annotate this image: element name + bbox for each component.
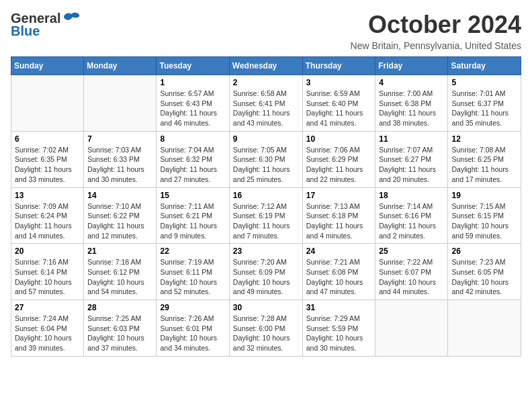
day-number: 5 [451,78,517,87]
calendar-table: SundayMondayTuesdayWednesdayThursdayFrid… [11,56,521,357]
calendar-cell: 20Sunrise: 7:16 AM Sunset: 6:14 PM Dayli… [11,244,84,300]
day-number: 3 [306,78,372,87]
weekday-header-sunday: Sunday [11,57,84,75]
calendar-cell: 17Sunrise: 7:13 AM Sunset: 6:18 PM Dayli… [302,187,375,244]
calendar-cell: 10Sunrise: 7:06 AM Sunset: 6:29 PM Dayli… [302,131,375,187]
day-number: 1 [160,78,225,87]
day-info: Sunrise: 7:20 AM Sunset: 6:09 PM Dayligh… [233,257,299,297]
day-number: 4 [379,78,444,87]
calendar-week-row: 1Sunrise: 6:57 AM Sunset: 6:43 PM Daylig… [11,75,521,132]
day-info: Sunrise: 7:12 AM Sunset: 6:19 PM Dayligh… [233,201,299,241]
calendar-cell: 24Sunrise: 7:21 AM Sunset: 6:08 PM Dayli… [302,244,375,300]
calendar-cell: 29Sunrise: 7:26 AM Sunset: 6:01 PM Dayli… [157,300,229,357]
day-number: 13 [15,191,80,200]
day-info: Sunrise: 7:19 AM Sunset: 6:11 PM Dayligh… [160,257,225,297]
calendar-cell: 11Sunrise: 7:07 AM Sunset: 6:27 PM Dayli… [375,131,448,187]
calendar-cell: 31Sunrise: 7:29 AM Sunset: 5:59 PM Dayli… [302,300,375,357]
day-number: 6 [15,134,80,144]
calendar-week-row: 20Sunrise: 7:16 AM Sunset: 6:14 PM Dayli… [11,244,521,300]
day-number: 18 [379,191,444,200]
day-number: 16 [233,191,299,200]
calendar-body: 1Sunrise: 6:57 AM Sunset: 6:43 PM Daylig… [11,75,521,357]
calendar-cell: 12Sunrise: 7:08 AM Sunset: 6:25 PM Dayli… [448,131,521,187]
calendar-cell: 23Sunrise: 7:20 AM Sunset: 6:09 PM Dayli… [229,244,302,300]
calendar-cell [84,75,157,132]
day-info: Sunrise: 7:10 AM Sunset: 6:22 PM Dayligh… [87,201,152,241]
logo: General Blue [11,11,81,39]
day-number: 28 [87,303,152,312]
calendar-cell [11,75,84,132]
calendar-cell: 9Sunrise: 7:05 AM Sunset: 6:30 PM Daylig… [229,131,302,187]
day-number: 25 [379,246,444,256]
day-number: 21 [87,246,152,256]
day-number: 15 [160,191,225,200]
calendar-cell [375,300,448,357]
day-number: 7 [87,134,152,144]
day-info: Sunrise: 7:06 AM Sunset: 6:29 PM Dayligh… [306,145,372,185]
day-info: Sunrise: 7:03 AM Sunset: 6:33 PM Dayligh… [87,145,152,185]
calendar-cell: 6Sunrise: 7:02 AM Sunset: 6:35 PM Daylig… [11,131,84,187]
day-info: Sunrise: 7:08 AM Sunset: 6:25 PM Dayligh… [451,145,517,185]
day-info: Sunrise: 7:29 AM Sunset: 5:59 PM Dayligh… [306,314,372,353]
page-header: General Blue October 2024 New Britain, P… [11,11,521,51]
day-info: Sunrise: 7:21 AM Sunset: 6:08 PM Dayligh… [306,257,372,297]
day-number: 27 [15,303,80,312]
weekday-header-thursday: Thursday [302,57,375,75]
day-info: Sunrise: 7:13 AM Sunset: 6:18 PM Dayligh… [306,201,372,241]
weekday-header-friday: Friday [375,57,448,75]
day-info: Sunrise: 7:18 AM Sunset: 6:12 PM Dayligh… [87,257,152,297]
calendar-cell: 4Sunrise: 7:00 AM Sunset: 6:38 PM Daylig… [375,75,448,132]
day-info: Sunrise: 7:24 AM Sunset: 6:04 PM Dayligh… [15,314,80,353]
calendar-week-row: 6Sunrise: 7:02 AM Sunset: 6:35 PM Daylig… [11,131,521,187]
calendar-cell: 28Sunrise: 7:25 AM Sunset: 6:03 PM Dayli… [84,300,157,357]
day-info: Sunrise: 7:02 AM Sunset: 6:35 PM Dayligh… [15,145,80,185]
day-info: Sunrise: 7:26 AM Sunset: 6:01 PM Dayligh… [160,314,225,353]
calendar-cell: 26Sunrise: 7:23 AM Sunset: 6:05 PM Dayli… [448,244,521,300]
day-number: 30 [233,303,299,312]
day-info: Sunrise: 7:07 AM Sunset: 6:27 PM Dayligh… [379,145,444,185]
calendar-header: SundayMondayTuesdayWednesdayThursdayFrid… [11,57,521,75]
day-number: 24 [306,246,372,256]
day-number: 31 [306,303,372,312]
day-info: Sunrise: 7:28 AM Sunset: 6:00 PM Dayligh… [233,314,299,353]
weekday-header-monday: Monday [84,57,157,75]
month-title: October 2024 [351,11,521,39]
calendar-cell: 2Sunrise: 6:58 AM Sunset: 6:41 PM Daylig… [229,75,302,132]
day-info: Sunrise: 7:25 AM Sunset: 6:03 PM Dayligh… [87,314,152,353]
day-info: Sunrise: 7:05 AM Sunset: 6:30 PM Dayligh… [233,145,299,185]
weekday-header-tuesday: Tuesday [157,57,229,75]
day-info: Sunrise: 6:58 AM Sunset: 6:41 PM Dayligh… [233,89,299,128]
day-info: Sunrise: 7:22 AM Sunset: 6:07 PM Dayligh… [379,257,444,297]
day-number: 29 [160,303,225,312]
calendar-cell: 16Sunrise: 7:12 AM Sunset: 6:19 PM Dayli… [229,187,302,244]
day-number: 14 [87,191,152,200]
calendar-cell: 13Sunrise: 7:09 AM Sunset: 6:24 PM Dayli… [11,187,84,244]
day-number: 20 [15,246,80,256]
calendar-cell: 25Sunrise: 7:22 AM Sunset: 6:07 PM Dayli… [375,244,448,300]
calendar-cell: 1Sunrise: 6:57 AM Sunset: 6:43 PM Daylig… [157,75,229,132]
day-info: Sunrise: 7:23 AM Sunset: 6:05 PM Dayligh… [451,257,517,297]
day-number: 23 [233,246,299,256]
day-number: 19 [451,191,517,200]
day-info: Sunrise: 7:16 AM Sunset: 6:14 PM Dayligh… [15,257,80,297]
calendar-cell: 27Sunrise: 7:24 AM Sunset: 6:04 PM Dayli… [11,300,84,357]
calendar-week-row: 27Sunrise: 7:24 AM Sunset: 6:04 PM Dayli… [11,300,521,357]
day-number: 26 [451,246,517,256]
calendar-cell: 5Sunrise: 7:01 AM Sunset: 6:37 PM Daylig… [448,75,521,132]
calendar-cell: 7Sunrise: 7:03 AM Sunset: 6:33 PM Daylig… [84,131,157,187]
location-text: New Britain, Pennsylvania, United States [351,40,521,51]
day-number: 10 [306,134,372,144]
logo-bird-icon [62,11,81,26]
day-number: 17 [306,191,372,200]
day-info: Sunrise: 7:14 AM Sunset: 6:16 PM Dayligh… [379,201,444,241]
day-number: 22 [160,246,225,256]
day-info: Sunrise: 6:59 AM Sunset: 6:40 PM Dayligh… [306,89,372,128]
calendar-cell: 30Sunrise: 7:28 AM Sunset: 6:00 PM Dayli… [229,300,302,357]
day-info: Sunrise: 7:15 AM Sunset: 6:15 PM Dayligh… [451,201,517,241]
title-area: October 2024 New Britain, Pennsylvania, … [351,11,521,51]
logo-blue-text: Blue [11,24,40,39]
calendar-week-row: 13Sunrise: 7:09 AM Sunset: 6:24 PM Dayli… [11,187,521,244]
calendar-cell: 8Sunrise: 7:04 AM Sunset: 6:32 PM Daylig… [157,131,229,187]
calendar-cell: 22Sunrise: 7:19 AM Sunset: 6:11 PM Dayli… [157,244,229,300]
weekday-header-row: SundayMondayTuesdayWednesdayThursdayFrid… [11,57,521,75]
